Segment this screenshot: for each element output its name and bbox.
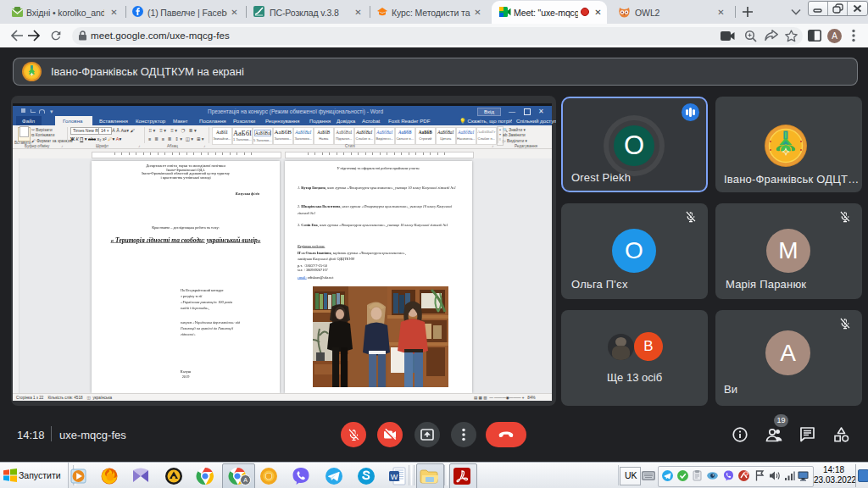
svg-text:W: W (391, 473, 398, 481)
